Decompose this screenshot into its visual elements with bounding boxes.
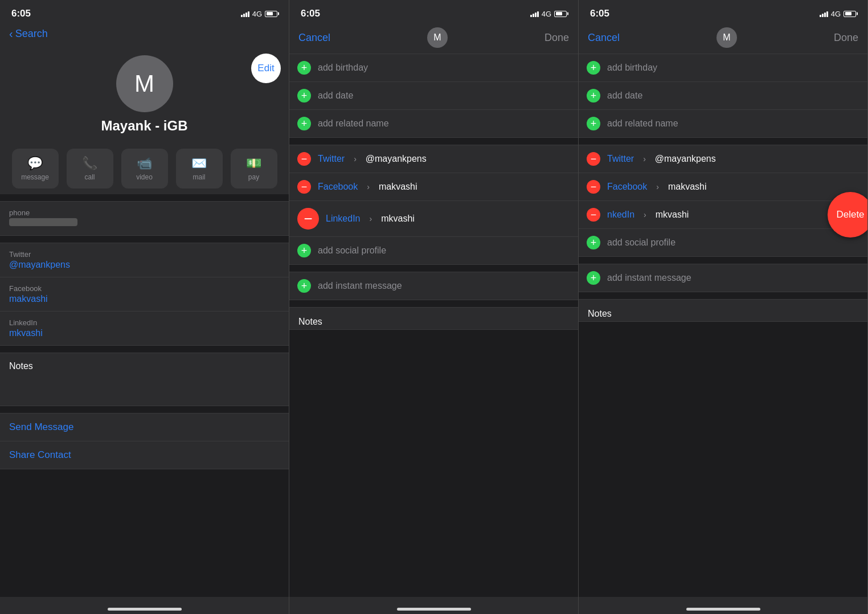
add-instant-plus-2[interactable]: + xyxy=(297,279,311,293)
add-related-row-3[interactable]: + add related name xyxy=(579,110,867,137)
action-message[interactable]: 💬 message xyxy=(12,149,59,189)
notes-section-2: Notes xyxy=(289,307,578,330)
phone-row: phone xyxy=(0,202,289,235)
add-related-plus-2[interactable]: + xyxy=(297,117,311,130)
back-label-1[interactable]: Search xyxy=(15,28,48,40)
add-birthday-plus-2[interactable]: + xyxy=(297,61,311,75)
linkedin-label: LinkedIn xyxy=(9,318,280,327)
action-mail[interactable]: ✉️ mail xyxy=(176,149,223,189)
linkedin-row[interactable]: LinkedIn mkvashi xyxy=(0,312,289,345)
send-message-row[interactable]: Send Message xyxy=(0,414,289,441)
add-instant-label-2: add instant message xyxy=(318,281,402,291)
contact-content: phone Twitter @mayankpens Facebook makva… xyxy=(0,194,289,597)
add-social-label-2: add social profile xyxy=(318,245,386,256)
add-social-row-3[interactable]: + add social profile xyxy=(579,229,867,256)
add-date-plus-2[interactable]: + xyxy=(297,89,311,103)
cancel-button-3[interactable]: Cancel xyxy=(588,32,620,44)
add-fields-section-2: + add birthday + add date + add related … xyxy=(289,54,578,138)
twitter-edit-row-3[interactable]: − Twitter › @mayankpens xyxy=(579,145,867,173)
add-related-plus-3[interactable]: + xyxy=(587,117,600,130)
status-time-3: 6:05 xyxy=(590,8,609,19)
add-instant-plus-3[interactable]: + xyxy=(587,271,600,285)
instant-section-2: + add instant message xyxy=(289,272,578,300)
linkedin-remove-2[interactable]: − xyxy=(297,208,319,230)
done-button-3[interactable]: Done xyxy=(834,32,858,44)
social-section-2: − Twitter › @mayankpens − Facebook › mak… xyxy=(289,145,578,265)
linkedin-chevron-3: › xyxy=(644,210,646,219)
twitter-remove-2[interactable]: − xyxy=(297,152,311,166)
action-video-label: video xyxy=(136,173,153,181)
add-birthday-row-2[interactable]: + add birthday xyxy=(289,54,578,82)
twitter-edit-value-3: @mayankpens xyxy=(655,154,716,164)
linkedin-value: mkvashi xyxy=(9,328,280,338)
action-call[interactable]: 📞 call xyxy=(67,149,113,189)
facebook-remove-3[interactable]: − xyxy=(587,180,600,194)
bar3 xyxy=(824,13,826,17)
status-bar-2: 6:05 4G xyxy=(289,0,578,25)
contact-name: Mayank - iGB xyxy=(101,118,187,134)
instant-section-3: + add instant message xyxy=(579,264,867,292)
add-date-plus-3[interactable]: + xyxy=(587,89,600,103)
facebook-row[interactable]: Facebook makvashi xyxy=(0,277,289,312)
action-row: 💬 message 📞 call 📹 video ✉️ mail 💵 pay xyxy=(0,140,289,194)
facebook-remove-2[interactable]: − xyxy=(297,180,311,194)
add-related-row-2[interactable]: + add related name xyxy=(289,110,578,137)
linkedin-edit-label-3: nkedIn xyxy=(607,210,634,220)
add-birthday-row-3[interactable]: + add birthday xyxy=(579,54,867,82)
add-social-plus-2[interactable]: + xyxy=(297,244,311,257)
battery-fill-2 xyxy=(556,12,563,15)
add-related-label-2: add related name xyxy=(318,118,389,129)
battery-icon-3 xyxy=(844,11,856,17)
battery-icon-2 xyxy=(554,11,567,17)
panel-contact-view: 6:05 4G ‹ Search Edit M Mayank - xyxy=(0,0,289,614)
bar2 xyxy=(533,14,534,17)
send-message-link[interactable]: Send Message xyxy=(9,421,73,432)
nav-avatar-3: M xyxy=(716,27,737,48)
status-icons-2: 4G xyxy=(530,10,567,18)
share-contact-row[interactable]: Share Contact xyxy=(0,441,289,469)
bar1 xyxy=(820,15,821,17)
twitter-chevron-3: › xyxy=(643,154,646,163)
add-social-plus-3[interactable]: + xyxy=(587,236,600,249)
linkedin-chevron-2: › xyxy=(370,214,372,223)
bar3 xyxy=(535,13,537,17)
add-date-row-3[interactable]: + add date xyxy=(579,82,867,110)
linkedin-edit-value-2: mkvashi xyxy=(381,214,415,224)
action-pay[interactable]: 💵 pay xyxy=(231,149,277,189)
status-icons-1: 4G xyxy=(241,10,277,18)
cancel-button-2[interactable]: Cancel xyxy=(298,32,330,44)
add-instant-row-2[interactable]: + add instant message xyxy=(289,272,578,300)
edit-button[interactable]: Edit xyxy=(251,54,281,83)
back-button-1[interactable]: ‹ Search xyxy=(9,27,48,40)
add-date-row-2[interactable]: + add date xyxy=(289,82,578,110)
facebook-edit-row-2[interactable]: − Facebook › makvashi xyxy=(289,173,578,201)
bar4 xyxy=(248,11,249,17)
twitter-remove-3[interactable]: − xyxy=(587,152,600,166)
facebook-edit-row-3[interactable]: − Facebook › makvashi xyxy=(579,173,867,201)
network-label-3: 4G xyxy=(831,10,841,18)
add-social-row-2[interactable]: + add social profile xyxy=(289,237,578,264)
linkedin-edit-row-2[interactable]: − LinkedIn › mkvashi xyxy=(289,201,578,237)
share-contact-link[interactable]: Share Contact xyxy=(9,449,71,460)
panel-edit-delete-view: 6:05 4G Cancel M Done + add birthd xyxy=(579,0,868,614)
edit-content-3: + add birthday + add date + add related … xyxy=(579,54,867,597)
facebook-label: Facebook xyxy=(9,284,280,293)
done-button-2[interactable]: Done xyxy=(544,32,569,44)
add-fields-section-3: + add birthday + add date + add related … xyxy=(579,54,867,138)
facebook-chevron-3: › xyxy=(656,182,659,191)
status-time-2: 6:05 xyxy=(301,8,320,19)
panel-edit-view: 6:05 4G Cancel M Done + add birthd xyxy=(289,0,579,614)
notes-label: Notes xyxy=(0,353,289,406)
linkedin-remove-3[interactable]: − xyxy=(587,208,600,222)
twitter-row[interactable]: Twitter @mayankpens xyxy=(0,243,289,277)
linkedin-edit-row-3[interactable]: − nkedIn › mkvashi Delete xyxy=(579,201,867,229)
delete-button[interactable]: Delete xyxy=(828,192,867,238)
linkedin-edit-label-2: LinkedIn xyxy=(326,214,361,224)
status-bar-1: 6:05 4G xyxy=(0,0,289,25)
add-instant-row-3[interactable]: + add instant message xyxy=(579,264,867,292)
twitter-edit-row-2[interactable]: − Twitter › @mayankpens xyxy=(289,145,578,173)
add-birthday-plus-3[interactable]: + xyxy=(587,61,600,75)
twitter-value: @mayankpens xyxy=(9,260,280,270)
action-video[interactable]: 📹 video xyxy=(121,149,168,189)
nav-avatar-2: M xyxy=(427,27,448,48)
